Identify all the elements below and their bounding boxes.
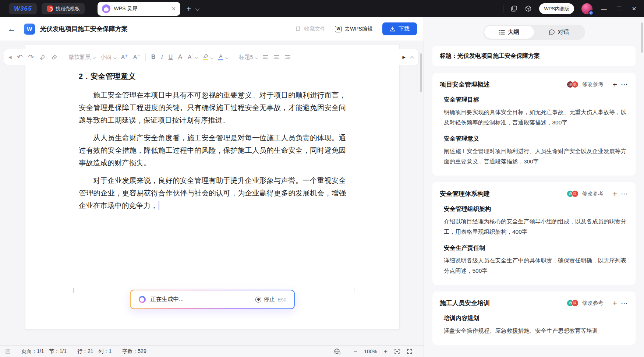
tab-chat[interactable]: 对话 (534, 26, 584, 39)
new-tab-button[interactable]: + (186, 4, 191, 14)
modify-reference-button[interactable]: 修改参考 (582, 81, 604, 88)
titlebar-divider (503, 5, 503, 13)
paragraph-style-select[interactable]: 标题5 (239, 54, 257, 61)
section-title: 安全管理体系构建 (440, 190, 490, 198)
formatting-toolbar: ◀ ↶ ↷ 微软雅黑 小四 A+ A− (4, 49, 419, 65)
undo-button[interactable]: ↶ (17, 53, 22, 61)
favorite-file-button[interactable]: 收藏文件 (295, 25, 325, 32)
tab-chat-label: 对话 (558, 28, 569, 36)
section-more-button[interactable]: ⋯ (621, 81, 628, 88)
font-size-select[interactable]: 小四 (100, 54, 116, 61)
bold-button[interactable]: B (151, 54, 156, 60)
text-effect-button[interactable]: Aˊ (188, 53, 197, 61)
document-canvas: 2．安全管理意义 施工安全管理在本项目中具有不可忽视的重要意义。对于项目的顺利进… (0, 40, 424, 357)
back-button[interactable]: ← (7, 25, 16, 33)
download-button[interactable]: 下载 (382, 22, 417, 35)
toolbar-scroll-left-icon[interactable]: ◀ (8, 55, 11, 60)
add-section-button[interactable]: + (613, 299, 617, 307)
outline-item[interactable]: 安全管理组织架构介绍以项目经理为核心的安全生产领导小组的组成，以及各成员的职责分… (440, 205, 628, 237)
doc-paragraph: 从人员生命财产安全角度看，施工安全管理是对每一位施工人员负责的体现。通过有效的安… (79, 131, 346, 169)
minimize-button[interactable]: — (600, 6, 608, 12)
eraser-button[interactable] (51, 54, 57, 60)
status-word-count: 字数：529 (122, 348, 146, 355)
reference-source-badges: 澎以 (567, 81, 578, 88)
toolbar-collapse-icon[interactable] (411, 54, 414, 60)
section-more-button[interactable]: ⋯ (621, 300, 628, 307)
toolbar-scroll-right-icon[interactable]: ▶ (403, 55, 406, 60)
download-icon (390, 26, 396, 32)
outline-list-icon (499, 29, 505, 35)
fullscreen-button[interactable] (407, 349, 413, 354)
user-avatar[interactable]: 企 (581, 3, 592, 14)
tab-wps-lingxi[interactable]: WPS 灵犀 ✕ (98, 2, 180, 16)
source-badge-icon: 以 (572, 81, 578, 88)
modify-reference-button[interactable]: 修改参考 (582, 300, 604, 307)
outline-section-card: 施工人员安全培训 道以 修改参考 + ⋯ 培训内容规划涵盖安全操作规程、应急救援… (432, 291, 636, 345)
document-header: ← W 光伏发电项目施工安全保障方案 收藏文件 W 去WPS编辑 下载 (0, 17, 424, 40)
tab-outline[interactable]: 大纲 (484, 26, 534, 39)
add-section-button[interactable]: + (613, 81, 617, 88)
redo-button[interactable]: ↷ (28, 53, 34, 61)
add-section-button[interactable]: + (613, 190, 617, 198)
document-page[interactable]: 2．安全管理意义 施工安全管理在本项目中具有不可忽视的重要意义。对于项目的顺利进… (25, 44, 400, 329)
outline-section-card: 项目安全管理概述 澎以 修改参考 + ⋯ 安全管理目标明确项目要实现的具体安全目… (432, 73, 636, 176)
tab-docer-templates[interactable]: 找稻壳模板 (42, 3, 85, 14)
maximize-button[interactable] (617, 7, 621, 11)
download-label: 下载 (399, 25, 410, 32)
italic-button[interactable]: I (161, 54, 163, 60)
outline-item-name: 安全管理组织架构 (444, 205, 628, 213)
document-panel: ← W 光伏发电项目施工安全保障方案 收藏文件 W 去WPS编辑 下载 (0, 17, 424, 357)
language-globe-icon[interactable]: ✓ (334, 348, 340, 354)
font-color-swatch (218, 59, 223, 61)
text-cursor (159, 201, 159, 210)
enterprise-badge: 企 (588, 10, 594, 15)
fit-page-button[interactable] (394, 349, 400, 354)
align-right-button[interactable] (285, 55, 290, 59)
outline-item-desc: 明确项目要实现的具体安全目标，如无死亡事故、无重大伤人事故等，以及对轻伤频率的控… (444, 107, 628, 128)
outline-item-name: 安全管理目标 (444, 96, 628, 104)
outline-item[interactable]: 培训内容规划涵盖安全操作规程、应急救援措施、安全生产思想教育等培训 (440, 315, 628, 336)
status-column: 列：1 (99, 348, 112, 355)
modify-reference-button[interactable]: 修改参考 (582, 190, 604, 197)
document-scrollbar[interactable] (420, 53, 422, 92)
align-center-button[interactable] (274, 55, 279, 59)
statusbar: 页面：1/1 节：1/1 行：21 列：1 字数：529 ✓ − 100% + (0, 345, 424, 357)
paragraph-style-value: 标题5 (239, 54, 253, 61)
zoom-out-button[interactable]: − (354, 348, 357, 355)
format-painter-button[interactable] (39, 54, 46, 60)
section-more-button[interactable]: ⋯ (621, 190, 628, 197)
increase-font-button[interactable]: A+ (121, 53, 128, 61)
font-color-button[interactable]: A (218, 54, 227, 61)
multi-window-icon[interactable] (511, 6, 517, 12)
stop-icon (255, 297, 261, 303)
lingxi-avatar-icon (102, 4, 110, 13)
source-badge-icon: 以 (572, 300, 578, 307)
font-size-value: 小四 (100, 54, 112, 61)
stop-generating-button[interactable]: 停止 Esc (255, 296, 286, 303)
edit-in-wps-button[interactable]: W 去WPS编辑 (335, 25, 373, 32)
zoom-in-button[interactable]: + (384, 348, 388, 355)
page-margin-mark-right (348, 288, 354, 293)
tab-home[interactable]: W365 (9, 3, 37, 14)
outline-item[interactable]: 安全管理意义阐述施工安全管理对项目顺利进行、人员生命财产安全以及企业发展等方面的… (440, 135, 628, 167)
doc-section-heading: 2．安全管理意义 (79, 71, 346, 81)
zoom-level[interactable]: 100% (364, 349, 377, 354)
outline-item[interactable]: 安全生产责任制详细说明各级人员在安全生产中的具体职责，确保责任明确，以无序列表分… (440, 244, 628, 276)
outline-sidebar: 大纲 对话 标题：光伏发电项目施工安全保障方案 项目安全管理概述 澎以 修改参考… (424, 17, 644, 357)
underline-button[interactable]: U (169, 54, 173, 60)
edit-in-wps-label: 去WPS编辑 (344, 25, 373, 32)
strikethrough-button[interactable]: A (178, 54, 182, 60)
close-button[interactable]: ✕ (630, 6, 638, 12)
apps-cube-icon[interactable] (525, 5, 532, 12)
highlight-color-button[interactable] (203, 54, 212, 60)
tab-close-icon[interactable]: ✕ (171, 6, 176, 12)
outline-item[interactable]: 安全管理目标明确项目要实现的具体安全目标，如无死亡事故、无重大伤人事故等，以及对… (440, 96, 628, 128)
wps-beta-badge[interactable]: WPS内测版 (539, 3, 574, 14)
doc-paragraph: 施工安全管理在本项目中具有不可忽视的重要意义。对于项目的顺利进行而言，安全管理是… (79, 89, 346, 126)
doc-file-icon: W (24, 24, 35, 35)
align-left-button[interactable] (263, 55, 268, 59)
tab-list-chevron-icon[interactable] (195, 6, 198, 12)
font-family-select[interactable]: 微软雅黑 (69, 54, 95, 61)
sidebar-scrollbar[interactable] (641, 22, 643, 53)
decrease-font-button[interactable]: A− (133, 53, 140, 61)
